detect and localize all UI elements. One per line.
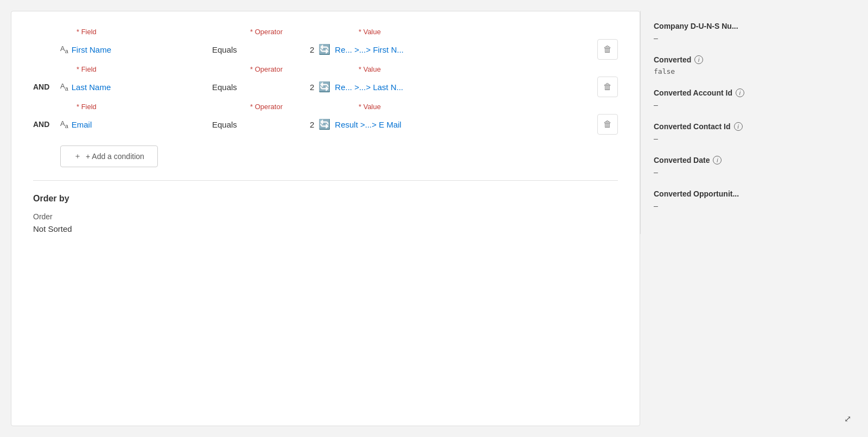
sidebar-wrapper: Company D-U-N-S Nu...–ConvertedifalseCon… xyxy=(640,0,868,437)
field-text-3: Email xyxy=(72,120,92,129)
info-icon-3[interactable]: i xyxy=(736,88,744,97)
add-condition-button[interactable]: ＋ + Add a condition xyxy=(60,145,158,167)
operator-label-2: * Operator xyxy=(250,65,359,73)
sidebar-item-title-1: Company D-U-N-S Nu... xyxy=(654,22,855,30)
order-label: Order xyxy=(33,212,618,221)
sidebar-title-text-2: Converted xyxy=(654,55,691,64)
value-cell-2: 2 🔄 Re... >...> Last N... xyxy=(310,81,586,93)
delete-button-2[interactable]: 🗑 xyxy=(597,77,618,97)
sidebar-title-text-1: Company D-U-N-S Nu... xyxy=(654,22,738,30)
conditions-container: * Field * Operator * Value Aa First Name… xyxy=(33,28,618,135)
sidebar-item-value-1: – xyxy=(654,34,855,42)
info-icon-4[interactable]: i xyxy=(734,122,743,131)
sidebar-item-title-4: Converted Contact Idi xyxy=(654,122,855,131)
condition-row-3: * Field * Operator * Value AND Aa Email … xyxy=(33,103,618,135)
order-section: Order by Order Not Sorted xyxy=(33,194,618,233)
sidebar-item-5: Converted Datei– xyxy=(654,156,855,176)
text-type-icon-1: Aa xyxy=(60,45,68,54)
condition-row-1: * Field * Operator * Value Aa First Name… xyxy=(33,28,618,60)
value-label-3: * Value xyxy=(359,103,381,111)
sidebar-item-title-6: Converted Opportunit... xyxy=(654,189,855,198)
value-label-2: * Value xyxy=(359,65,381,73)
sidebar-item-6: Converted Opportunit...– xyxy=(654,189,855,210)
order-value: Not Sorted xyxy=(33,224,618,233)
value-num-1: 2 xyxy=(310,45,314,54)
info-icon-5[interactable]: i xyxy=(713,156,722,164)
field-text-1: First Name xyxy=(72,45,111,54)
refresh-icon-2[interactable]: 🔄 xyxy=(318,81,330,93)
sidebar-item-value-6: – xyxy=(654,201,855,210)
value-cell-3: 2 🔄 Result >...> E Mail xyxy=(310,118,586,130)
plus-icon: ＋ xyxy=(74,151,81,161)
sidebar-title-text-4: Converted Contact Id xyxy=(654,122,731,131)
sidebar-item-3: Converted Account Idi– xyxy=(654,88,855,109)
field-label-1: * Field xyxy=(76,28,250,36)
delete-button-1[interactable]: 🗑 xyxy=(597,39,618,60)
value-text-1[interactable]: Re... >...> First N... xyxy=(335,45,404,54)
expand-button[interactable]: ⤢ xyxy=(840,411,855,426)
connector-2: AND xyxy=(33,83,60,91)
order-by-title: Order by xyxy=(33,194,618,204)
sidebar-panel: Company D-U-N-S Nu...–ConvertedifalseCon… xyxy=(640,11,868,234)
sidebar-item-value-5: – xyxy=(654,168,855,176)
sidebar-item-1: Company D-U-N-S Nu...– xyxy=(654,22,855,42)
sidebar-title-text-5: Converted Date xyxy=(654,156,710,164)
value-text-3[interactable]: Result >...> E Mail xyxy=(335,120,401,129)
sidebar-item-title-5: Converted Datei xyxy=(654,156,855,164)
refresh-icon-1[interactable]: 🔄 xyxy=(318,43,330,55)
value-num-2: 2 xyxy=(310,83,314,92)
field-text-2: Last Name xyxy=(72,83,111,92)
add-condition-label: + Add a condition xyxy=(86,152,144,161)
operator-label-1: * Operator xyxy=(250,28,359,36)
field-name-2[interactable]: Aa Last Name xyxy=(60,82,212,92)
value-label-1: * Value xyxy=(359,28,381,36)
info-icon-2[interactable]: i xyxy=(694,55,703,64)
main-panel: * Field * Operator * Value Aa First Name… xyxy=(11,11,640,426)
sidebar-item-4: Converted Contact Idi– xyxy=(654,122,855,143)
sidebar-item-value-2: false xyxy=(654,67,855,75)
sidebar-item-value-4: – xyxy=(654,134,855,143)
operator-value-3[interactable]: Equals xyxy=(212,120,310,129)
section-divider xyxy=(33,180,618,181)
field-name-1[interactable]: Aa First Name xyxy=(60,45,212,54)
sidebar-item-value-3: – xyxy=(654,100,855,109)
field-label-2: * Field xyxy=(76,65,250,73)
operator-value-2[interactable]: Equals xyxy=(212,83,310,92)
field-label-3: * Field xyxy=(76,103,250,111)
operator-value-1[interactable]: Equals xyxy=(212,45,310,54)
value-cell-1: 2 🔄 Re... >...> First N... xyxy=(310,43,586,55)
sidebar-title-text-6: Converted Opportunit... xyxy=(654,189,739,198)
text-type-icon-2: Aa xyxy=(60,82,68,92)
text-type-icon-3: Aa xyxy=(60,119,68,129)
refresh-icon-3[interactable]: 🔄 xyxy=(318,118,330,130)
sidebar-item-title-2: Convertedi xyxy=(654,55,855,64)
condition-row-2: * Field * Operator * Value AND Aa Last N… xyxy=(33,65,618,97)
connector-3: AND xyxy=(33,120,60,129)
sidebar-title-text-3: Converted Account Id xyxy=(654,88,732,97)
delete-button-3[interactable]: 🗑 xyxy=(597,114,618,135)
field-name-3[interactable]: Aa Email xyxy=(60,119,212,129)
value-text-2[interactable]: Re... >...> Last N... xyxy=(335,83,403,92)
sidebar-item-title-3: Converted Account Idi xyxy=(654,88,855,97)
sidebar-item-2: Convertedifalse xyxy=(654,55,855,75)
operator-label-3: * Operator xyxy=(250,103,359,111)
value-num-3: 2 xyxy=(310,120,314,129)
